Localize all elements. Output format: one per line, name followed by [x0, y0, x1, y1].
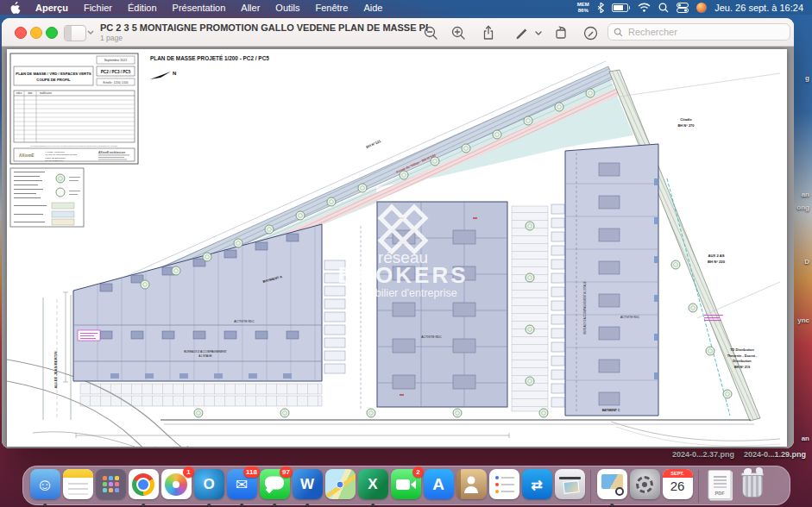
menu-outils[interactable]: Outils: [268, 3, 307, 13]
menu-apercu[interactable]: Aperçu: [28, 3, 76, 13]
zoom-out-button[interactable]: [421, 25, 440, 41]
desktop-file-label[interactable]: D: [804, 258, 809, 266]
sidebar-chevron-down-icon[interactable]: [87, 30, 94, 34]
svg-text:TD Distribution: TD Distribution: [730, 348, 754, 352]
menu-bar: Aperçu Fichier Édition Présentation Alle…: [0, 0, 812, 15]
svg-text:AXiomE: AXiomE: [19, 153, 35, 158]
share-button[interactable]: [479, 25, 498, 41]
memory-status[interactable]: MEM86%: [577, 2, 589, 13]
dock-divider: [698, 470, 699, 503]
svg-text:AUX 2 AS: AUX 2 AS: [708, 254, 724, 258]
spotlight-search-icon[interactable]: [658, 3, 669, 13]
desktop-file-label[interactable]: 2024-0...1.29.png: [744, 450, 806, 459]
dock-item-preview[interactable]: [595, 469, 628, 505]
dock-divider: [590, 470, 591, 503]
dock-item-system-preferences[interactable]: [628, 469, 661, 505]
north-arrow-icon: N: [150, 71, 176, 79]
markup-pen-button[interactable]: [513, 25, 532, 41]
svg-text:immobilier d'entreprise: immobilier d'entreprise: [349, 287, 456, 299]
svg-text:ACTIVITE RDC: ACTIVITE RDC: [421, 335, 442, 339]
pdf-label: PDF: [715, 491, 725, 496]
screen: g an ong D ync an 2024-0...2.37.png 2024…: [0, 0, 812, 507]
svg-text:Tél. 01 48 52 14 74: Tél. 01 48 52 14 74: [45, 160, 64, 162]
menu-edition[interactable]: Édition: [120, 3, 165, 13]
dock-item-maps[interactable]: [324, 469, 356, 505]
menu-extra-app-icon[interactable]: [696, 3, 707, 13]
running-indicator: [142, 504, 145, 507]
svg-text:BATIMENT C: BATIMENT C: [602, 409, 620, 412]
svg-text:Citadis: Citadis: [680, 117, 692, 122]
bluetooth-icon[interactable]: [597, 3, 604, 13]
svg-text:date: date: [28, 91, 33, 95]
sidebar-toggle-button[interactable]: [64, 25, 86, 41]
menu-presentation[interactable]: Présentation: [165, 3, 234, 13]
street-label: ALLEE JEAN BERTIN: [54, 352, 58, 389]
pdf-page: Septembre 2022 PLAN DE MASSE / VRD / ESP…: [7, 49, 787, 447]
svg-text:Les plans graphiques PC ne peu: Les plans graphiques PC ne peuvent en au…: [30, 145, 118, 147]
svg-text:BH N° 220: BH N° 220: [708, 260, 726, 264]
desktop-file-label[interactable]: an: [802, 435, 809, 442]
dock-item-excel[interactable]: X: [356, 469, 389, 505]
battery-icon[interactable]: [612, 3, 631, 12]
svg-text:BH N° 270: BH N° 270: [677, 123, 695, 128]
desktop-file-label[interactable]: an: [802, 191, 809, 198]
desktop-file-label[interactable]: ync: [797, 316, 809, 324]
svg-text:ACTIVITE RDC: ACTIVITE RDC: [234, 320, 255, 323]
apple-menu-icon[interactable]: [0, 2, 28, 14]
dock-item-teamviewer[interactable]: ⇄: [520, 469, 553, 505]
parking-row: [80, 384, 322, 394]
dock-item-word[interactable]: W: [291, 469, 324, 505]
svg-text:N: N: [173, 71, 176, 76]
search-field[interactable]: [607, 23, 790, 41]
legend-tree-icon: [56, 174, 65, 183]
control-center-icon[interactable]: [677, 3, 689, 13]
road-label: BH N°121: [365, 139, 381, 149]
search-input[interactable]: [626, 26, 777, 38]
close-button[interactable]: [15, 27, 27, 39]
dock-item-outlook[interactable]: O: [192, 469, 225, 505]
zoom-in-button[interactable]: [449, 25, 468, 41]
dock-item-facetime[interactable]: 2: [389, 469, 422, 505]
annotate-button[interactable]: [581, 25, 600, 41]
desktop-file-label[interactable]: 2024-0...2.37.png: [672, 450, 734, 459]
calendar-month: SEPT.: [663, 469, 693, 478]
wifi-icon[interactable]: [638, 3, 651, 12]
dock-item-pdf-document[interactable]: PDF: [703, 469, 736, 505]
rotate-button[interactable]: [551, 25, 570, 41]
dock-item-chrome[interactable]: [127, 469, 160, 505]
menu-aller[interactable]: Aller: [233, 3, 268, 13]
dock-item-finder[interactable]: ☺: [28, 469, 61, 505]
svg-text:PC2 / PC3 / PC5: PC2 / PC3 / PC5: [101, 70, 131, 74]
dock-item-appstore[interactable]: A: [422, 469, 455, 505]
dock-item-launchpad[interactable]: [94, 469, 127, 505]
running-indicator: [207, 504, 211, 507]
svg-text:indice: indice: [16, 91, 22, 95]
window-title-bar[interactable]: PC 2 3 5 MONTAIGNE PROMOTION GALLO VEDEN…: [2, 18, 794, 47]
svg-text:modification: modification: [40, 91, 52, 95]
dock-item-trash[interactable]: [736, 469, 769, 505]
minimize-button[interactable]: [30, 27, 42, 39]
desktop-file-label[interactable]: ong: [796, 203, 809, 211]
svg-text:BUREAUX D'ACCOMPAGNEMENT: BUREAUX D'ACCOMPAGNEMENT: [184, 350, 227, 354]
window-title: PC 2 3 5 MONTAIGNE PROMOTION GALLO VEDEN…: [100, 22, 428, 33]
building-a: BATIMENT A ACTIVITE RDC BUREAUX D'ACCOMP…: [73, 217, 322, 381]
dock-item-contacts[interactable]: [455, 469, 488, 505]
dock-item-calendar[interactable]: SEPT.26: [661, 469, 694, 505]
dock-item-reminders[interactable]: [488, 469, 520, 505]
menu-aide[interactable]: Aide: [356, 3, 390, 13]
markup-chevron-down-icon[interactable]: [533, 25, 544, 41]
menu-fichier[interactable]: Fichier: [76, 3, 120, 13]
dock-item-notes[interactable]: [61, 469, 94, 505]
svg-text:ACTIVITE RDC: ACTIVITE RDC: [620, 316, 640, 319]
dock-item-messages[interactable]: 97: [258, 469, 291, 505]
menu-fenetre[interactable]: Fenêtre: [307, 3, 356, 13]
menu-bar-clock[interactable]: Jeu. 26 sept. à 16:24: [714, 3, 803, 13]
desktop-file-label[interactable]: g: [805, 74, 809, 82]
running-indicator: [240, 504, 243, 507]
dock-item-photos[interactable]: 1: [160, 469, 192, 505]
dock-item-image-capture[interactable]: [553, 469, 586, 505]
running-indicator: [43, 504, 47, 507]
dock-item-mail[interactable]: ✉118: [225, 469, 258, 505]
svg-text:COUPE DE PROFIL: COUPE DE PROFIL: [36, 78, 71, 82]
zoom-button[interactable]: [46, 27, 58, 39]
